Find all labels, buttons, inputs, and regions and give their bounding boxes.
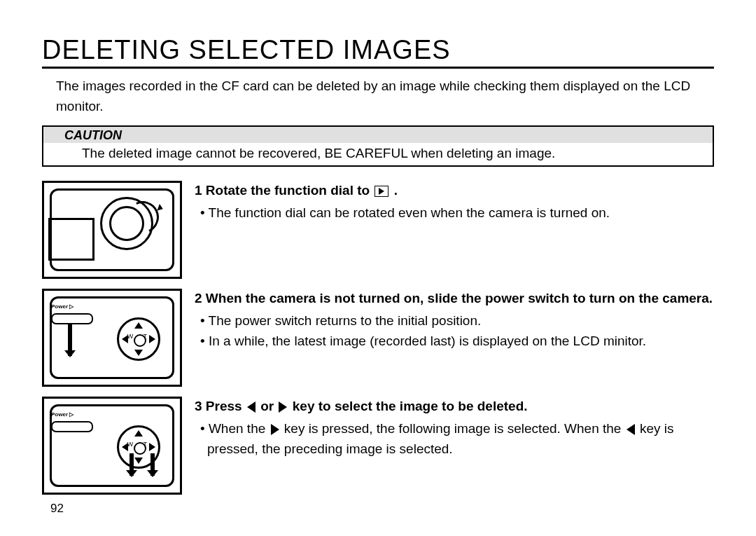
illustration-dial [42,181,182,279]
step-3-bullet: When the key is pressed, the following i… [206,419,714,459]
step-1-heading: 1 Rotate the function dial to . [195,181,714,201]
step-num: 1 [195,183,202,198]
step-3-heading: 3 Press or key to select the image to be… [195,397,714,417]
arrow-down-icon [150,453,155,476]
left-arrow-icon [626,424,635,435]
playback-mode-icon [374,186,388,197]
step-2-bullet-1: The power switch returns to the initial … [206,311,714,331]
step-2-heading: 2 When the camera is not turned on, slid… [195,289,714,309]
illustration-power: Power ▷ W T [42,289,182,387]
step-1: 1 Rotate the function dial to . The func… [42,181,714,279]
step-2-bullet-2: In a while, the latest image (recorded l… [206,331,714,352]
step-1-bullet: The function dial can be rotated even wh… [206,203,714,224]
step-num: 2 [195,291,202,305]
right-arrow-icon [271,424,279,435]
caution-box: CAUTION The deleted image cannot be reco… [42,125,714,167]
caution-text: The deleted image cannot be recovered, B… [43,143,713,165]
page-number: 92 [42,502,714,516]
left-arrow-icon [247,401,255,413]
step-2: Power ▷ W T 2 When the camera is not tur… [42,289,714,387]
right-arrow-icon [279,401,287,413]
step-num: 3 [195,399,202,413]
intro-text: The images recorded in the CF card can b… [42,76,714,117]
page-title: DELETING SELECTED IMAGES [42,35,714,69]
step-3: Power ▷ W T 3 Press or key to select the… [42,397,714,495]
illustration-select: Power ▷ W T [42,397,182,495]
arrow-down-icon [130,453,134,476]
arrow-down-icon [68,324,72,356]
caution-label: CAUTION [43,127,713,143]
